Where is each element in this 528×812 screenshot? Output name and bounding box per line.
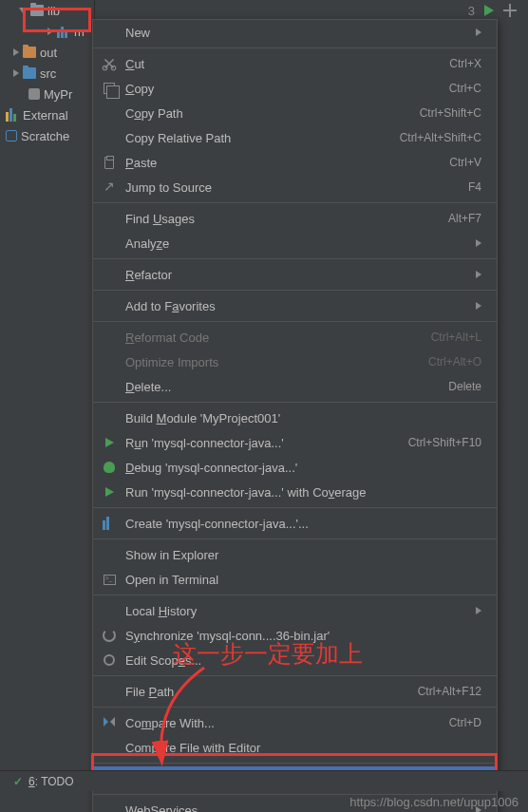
bottom-tool-bar: ✓ 6: TODO (0, 770, 528, 791)
tree-item-mypr[interactable]: MyPr (0, 84, 94, 104)
tree-item-m[interactable]: m (0, 21, 94, 42)
submenu-arrow-icon (476, 607, 481, 614)
menu-local-history[interactable]: Local History (93, 598, 497, 623)
menu-label: Optimize Imports (125, 355, 428, 369)
expand-arrow-icon[interactable] (19, 8, 27, 13)
menu-label: Run 'mysql-connector-java...' (125, 436, 408, 450)
scissors-icon (101, 56, 118, 71)
menu-run[interactable]: Run 'mysql-connector-java...' Ctrl+Shift… (93, 430, 497, 455)
blank-icon (101, 298, 118, 313)
submenu-arrow-icon (476, 302, 481, 310)
menu-optimize-imports: Optimize Imports Ctrl+Alt+O (93, 349, 497, 374)
tree-label: lib (47, 4, 60, 18)
menu-label: Copy Relative Path (125, 131, 400, 145)
library-icon (6, 108, 19, 122)
diff-icon (101, 715, 118, 730)
menu-run-coverage[interactable]: Run 'mysql-connector-java...' with Cover… (93, 480, 497, 504)
menu-shortcut: F4 (468, 180, 481, 194)
menu-label: Analyze (125, 236, 468, 251)
folder-icon (23, 47, 36, 58)
blank-icon (101, 330, 118, 345)
tree-label: Scratche (21, 129, 69, 143)
menu-separator (93, 595, 497, 595)
watermark-text: https://blog.csdn.net/upup1006 (349, 795, 519, 809)
menu-separator (93, 202, 497, 203)
tree-item-lib[interactable]: lib (0, 0, 94, 21)
menu-cut[interactable]: Cut Ctrl+X (93, 51, 497, 76)
tree-label: MyPr (44, 87, 72, 102)
menu-label: New (125, 26, 468, 40)
tree-item-external[interactable]: External (0, 104, 94, 125)
menu-label: Build Module 'MyProject001' (125, 411, 481, 425)
jump-icon (101, 179, 118, 195)
config-icon (101, 516, 118, 531)
expand-arrow-icon[interactable] (47, 28, 53, 35)
menu-create-config[interactable]: Create 'mysql-connector-java...'... (93, 511, 497, 536)
menu-shortcut: Ctrl+Alt+Shift+C (400, 131, 481, 144)
menu-shortcut: Ctrl+C (449, 82, 481, 95)
menu-copy-relative-path[interactable]: Copy Relative Path Ctrl+Alt+Shift+C (93, 125, 497, 150)
menu-separator (93, 321, 497, 322)
terminal-icon (101, 572, 118, 587)
menu-copy-path[interactable]: Copy Path Ctrl+Shift+C (93, 101, 497, 125)
menu-find-usages[interactable]: Find Usages Alt+F7 (93, 206, 497, 231)
menu-shortcut: Alt+F7 (448, 212, 481, 225)
menu-label: Delete... (125, 380, 448, 394)
menu-label: Refactor (125, 268, 468, 282)
menu-build-module[interactable]: Build Module 'MyProject001' (93, 406, 497, 430)
menu-add-favorites[interactable]: Add to Favorites (93, 293, 497, 318)
blank-icon (101, 267, 118, 282)
menu-reformat: Reformat Code Ctrl+Alt+L (93, 325, 497, 349)
submenu-arrow-icon (476, 271, 481, 278)
jar-icon (57, 25, 70, 38)
menu-refactor[interactable]: Refactor (93, 262, 497, 287)
submenu-arrow-icon (476, 239, 481, 247)
menu-new[interactable]: New (93, 20, 497, 45)
menu-label: Copy (125, 82, 449, 96)
menu-separator (93, 507, 497, 508)
menu-open-terminal[interactable]: Open in Terminal (93, 567, 497, 592)
menu-shortcut: Ctrl+D (449, 716, 481, 729)
todo-tab[interactable]: ✓ 6: TODO (13, 775, 74, 788)
blank-icon (101, 130, 118, 145)
menu-show-explorer[interactable]: Show in Explorer (93, 542, 497, 567)
blank-icon (101, 379, 118, 394)
menu-shortcut: Ctrl+Alt+L (431, 330, 481, 344)
menu-jump-to-source[interactable]: Jump to Source F4 (93, 175, 497, 199)
menu-label: Copy Path (125, 106, 420, 121)
menu-analyze[interactable]: Analyze (93, 231, 497, 255)
coverage-icon (101, 484, 118, 500)
menu-shortcut: Ctrl+Shift+C (420, 106, 481, 120)
menu-delete[interactable]: Delete... Delete (93, 374, 497, 399)
expand-arrow-icon[interactable] (13, 48, 19, 56)
menu-label: Local History (125, 604, 468, 618)
menu-copy[interactable]: Copy Ctrl+C (93, 76, 497, 101)
expand-arrow-icon[interactable] (13, 69, 19, 77)
todo-label: 6: TODO (28, 775, 74, 788)
menu-shortcut: Ctrl+Shift+F10 (408, 436, 481, 449)
menu-label: Cut (125, 57, 449, 71)
menu-separator (93, 402, 497, 403)
annotation-arrow-icon (138, 663, 233, 767)
copy-icon (101, 81, 118, 96)
run-icon[interactable] (484, 5, 494, 16)
sync-icon (101, 628, 118, 643)
debug-icon (101, 460, 118, 475)
tree-label: out (40, 46, 57, 60)
scratch-icon (6, 130, 17, 142)
menu-paste[interactable]: Paste Ctrl+V (93, 150, 497, 175)
menu-debug[interactable]: Debug 'mysql-connector-java...' (93, 455, 497, 480)
run-count: 3 (468, 4, 475, 18)
menu-label: Open in Terminal (125, 573, 481, 587)
add-icon[interactable] (503, 4, 517, 17)
blank-icon (101, 740, 118, 755)
tree-item-out[interactable]: out (0, 42, 94, 63)
menu-label: Paste (125, 156, 449, 170)
tree-item-scratches[interactable]: Scratche (0, 125, 94, 146)
menu-label: Reformat Code (125, 330, 431, 345)
tree-label: m (74, 25, 85, 39)
blank-icon (101, 547, 118, 562)
blank-icon (101, 236, 118, 251)
tree-item-src[interactable]: src (0, 63, 94, 84)
menu-label: Run 'mysql-connector-java...' with Cover… (125, 485, 481, 500)
